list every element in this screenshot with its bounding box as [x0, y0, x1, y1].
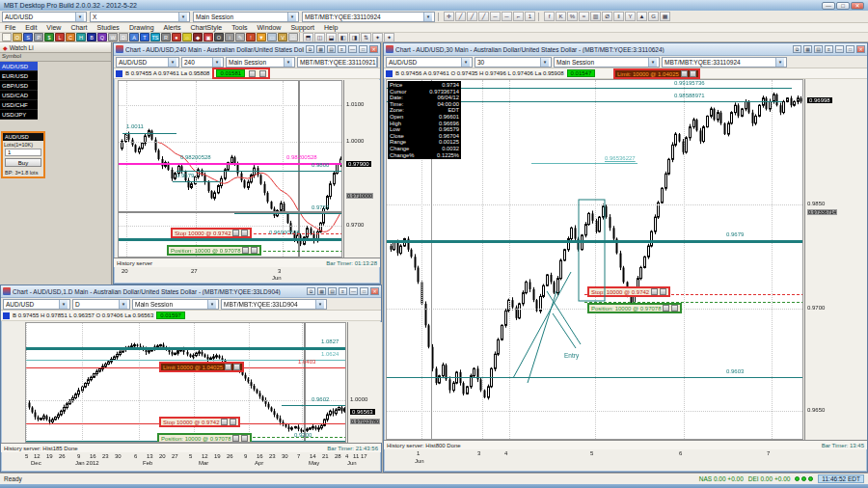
text-tool-icon[interactable]: 1: [525, 12, 535, 21]
session-combobox[interactable]: Main Session▾: [132, 299, 219, 310]
link-button[interactable]: ⧉: [307, 287, 315, 295]
lots-input[interactable]: 1: [5, 149, 41, 156]
order-tag-button[interactable]: [249, 70, 256, 77]
depth-icon[interactable]: D: [119, 33, 128, 41]
new-document-icon[interactable]: N: [2, 33, 12, 41]
stop-order-tag[interactable]: Stop: 10000 @ 0.9742: [587, 286, 670, 297]
time-sales-icon[interactable]: T: [140, 33, 149, 41]
record-icon[interactable]: ●: [172, 33, 181, 41]
order-tag-button[interactable]: [690, 70, 696, 77]
menu-tools[interactable]: Tools: [227, 24, 252, 31]
chevron-down-icon[interactable]: ▾: [648, 58, 657, 67]
close-button[interactable]: ✕: [370, 287, 379, 295]
restore-button[interactable]: □: [360, 287, 368, 295]
order-tag-button[interactable]: [233, 364, 240, 370]
price-axis[interactable]: 1.00000.965630.97023780: [347, 322, 382, 443]
buy-button[interactable]: Buy: [5, 158, 41, 167]
chevron-down-icon[interactable]: ▾: [315, 300, 324, 309]
watchlist-row[interactable]: EUR/USD: [0, 71, 38, 81]
menu-chart[interactable]: Chart: [66, 24, 92, 31]
session-combobox[interactable]: Main Session▾: [554, 57, 660, 68]
print-button[interactable]: ≡: [339, 287, 347, 295]
rectangle-tool-icon[interactable]: ▥: [590, 12, 601, 21]
price-level-line[interactable]: [26, 347, 346, 350]
interval-combobox[interactable]: X▾: [90, 12, 190, 22]
order-tag-button[interactable]: [241, 230, 248, 236]
chevron-down-icon[interactable]: ▾: [287, 13, 296, 21]
tile-horizontal-icon[interactable]: ⬓: [326, 33, 337, 42]
trendline-tool-icon[interactable]: ╱: [455, 12, 466, 21]
data-button[interactable]: ▤: [328, 287, 337, 295]
horizontal-ray-tool-icon[interactable]: ─: [502, 12, 512, 21]
print-button[interactable]: ≡: [825, 45, 833, 53]
link-button[interactable]: ⧉: [306, 45, 314, 53]
minimize-button[interactable]: —: [348, 45, 357, 53]
order-tag-button[interactable]: [225, 364, 231, 370]
watchlist-icon[interactable]: W: [108, 33, 118, 41]
symbol-combobox[interactable]: AUD/USD▾: [2, 12, 87, 22]
quotes-icon[interactable]: Q: [97, 33, 107, 41]
positions-icon[interactable]: ▣: [203, 33, 213, 41]
order-tag-button[interactable]: [681, 70, 688, 77]
plot-area[interactable]: 1.00110.982005280.982005280.98000.96790.…: [118, 80, 342, 258]
symbol-combobox[interactable]: AUD/USD▾: [3, 299, 70, 310]
open-folder-icon[interactable]: O: [13, 33, 22, 41]
orders-icon[interactable]: O: [214, 33, 224, 41]
menu-file[interactable]: File: [0, 24, 20, 31]
watchlist-row[interactable]: AUD/USD: [0, 62, 38, 71]
order-tag-button[interactable]: [651, 288, 658, 295]
grid-button[interactable]: ▦: [803, 45, 812, 53]
price-level-line[interactable]: [176, 171, 342, 172]
arrange-icon[interactable]: ⇅: [361, 33, 371, 42]
price-level-line[interactable]: [122, 133, 176, 134]
interval-combobox[interactable]: 240▾: [181, 57, 224, 68]
chevron-down-icon[interactable]: ▾: [540, 58, 549, 67]
close-button[interactable]: ✕: [851, 2, 864, 10]
chevron-down-icon[interactable]: ▾: [59, 300, 68, 309]
menu-edit[interactable]: Edit: [20, 24, 41, 31]
tile-vertical-icon[interactable]: ◫: [314, 33, 325, 42]
watchlist-row[interactable]: USD/JPY: [0, 110, 38, 120]
menu-window[interactable]: Window: [253, 24, 286, 31]
volume-icon[interactable]: V: [278, 33, 287, 41]
watchlist-row[interactable]: GBP/USD: [0, 81, 38, 91]
minimize-button[interactable]: —: [822, 2, 835, 10]
pos-order-tag[interactable]: Position: 10000 @ 0.97078: [587, 303, 682, 313]
order-tag-button[interactable]: [663, 305, 669, 312]
watchlist-row[interactable]: USD/CHF: [0, 100, 38, 110]
price-level-line[interactable]: [234, 213, 342, 214]
feed-combobox[interactable]: MBT/MBT:YQEE:33110924▾: [302, 12, 435, 22]
link-button[interactable]: ⧉: [793, 45, 801, 53]
session-combobox[interactable]: Main Session▾: [193, 12, 299, 22]
percent-retrace-tool-icon[interactable]: %: [567, 12, 578, 21]
trade-station-icon[interactable]: TS: [150, 33, 160, 41]
pitchfork-tool-icon[interactable]: Y: [625, 12, 636, 21]
horizontal-line-tool-icon[interactable]: ─: [490, 12, 501, 21]
data-button[interactable]: ▤: [814, 45, 823, 53]
cascade-windows-icon[interactable]: ⬒: [303, 33, 313, 42]
watchlist-row[interactable]: USD/CAD: [0, 91, 38, 100]
print-icon[interactable]: P: [34, 33, 43, 41]
chevron-down-icon[interactable]: ▾: [284, 58, 292, 67]
menu-alerts[interactable]: Alerts: [159, 24, 186, 31]
order-blotter-icon[interactable]: B: [87, 33, 96, 41]
risk-icon[interactable]: ◆: [193, 33, 203, 41]
feed-combobox[interactable]: MBT/MBT:YQEE:33110921▾: [297, 57, 378, 68]
ray-tool-icon[interactable]: ╱: [467, 12, 477, 21]
chevron-down-icon[interactable]: ▾: [178, 13, 187, 21]
stop-order-tag[interactable]: Stop 10000 @ 0.9742: [171, 228, 252, 238]
order-tag-button[interactable]: [671, 305, 678, 312]
chevron-down-icon[interactable]: ▾: [207, 300, 216, 309]
angle-tool-icon[interactable]: ⌐: [513, 12, 524, 21]
order-tag-button[interactable]: [251, 247, 258, 254]
feed-combobox[interactable]: MBT/MBT:YQEE:33110924▾: [662, 57, 787, 68]
menu-view[interactable]: View: [41, 24, 66, 31]
history-icon[interactable]: H: [76, 33, 86, 41]
minimize-button[interactable]: —: [349, 287, 358, 295]
feed-combobox[interactable]: MBT/MBT:YQEE:33LD904▾: [221, 299, 327, 310]
gann-tool-icon[interactable]: G: [648, 12, 659, 21]
watchlist-tab[interactable]: ◆Watch Li: [0, 42, 111, 53]
order-tag-button[interactable]: [660, 288, 666, 295]
menu-chartstyle[interactable]: ChartStyle: [185, 24, 227, 31]
alerts-icon[interactable]: A: [129, 33, 139, 41]
